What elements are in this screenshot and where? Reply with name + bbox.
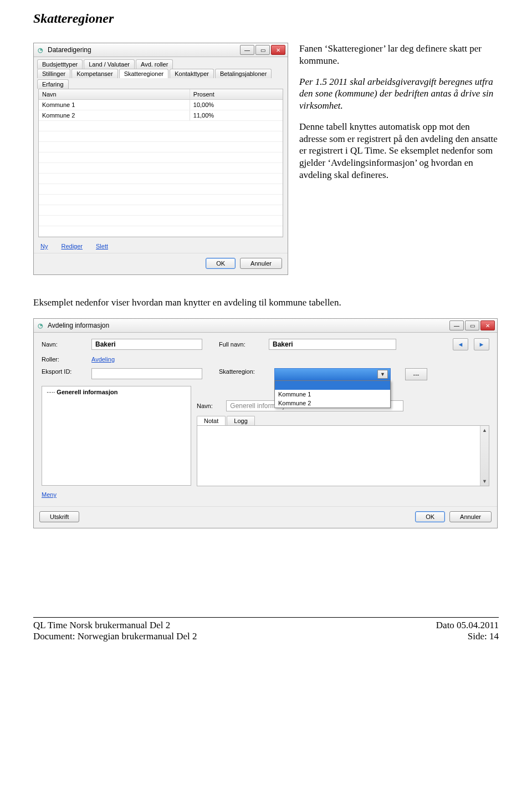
edit-link[interactable]: Rediger (61, 243, 83, 250)
ok-button[interactable]: OK (206, 258, 236, 269)
minimize-button[interactable]: — (449, 320, 464, 330)
scroll-down-icon[interactable]: ▼ (480, 477, 489, 486)
app-icon: ◔ (36, 321, 45, 330)
notes-textarea[interactable]: ▲ ▼ (197, 425, 489, 486)
app-icon: ◔ (36, 45, 45, 54)
table-row (39, 184, 283, 195)
cell-percent: 10,00% (190, 100, 283, 110)
exportid-field[interactable] (91, 368, 202, 379)
inner-panel: ····· Generell informasjon Navn: Notat L… (42, 386, 489, 486)
button-row: Utskrift OK Annuler (34, 506, 497, 528)
window-dataredigering: ◔ Dataredigering — ▭ ✕ Budsjetttyper Lan… (33, 43, 288, 275)
tree-node[interactable]: Generell informasjon (57, 389, 117, 395)
tab-skatteregioner[interactable]: Skatteregioner (119, 69, 169, 78)
scroll-up-icon[interactable]: ▲ (480, 426, 489, 435)
region-dropdown-list: Kommune 1 Kommune 2 (274, 380, 391, 408)
label-region: Skatteregion: (219, 368, 269, 375)
roles-link[interactable]: Avdeling (91, 356, 115, 363)
dropdown-option-blank[interactable] (275, 381, 390, 390)
page-footer: QL Time Norsk brukermanual Del 2 Documen… (33, 617, 499, 642)
col-header-percent[interactable]: Prosent (190, 89, 283, 99)
fullname-field[interactable] (269, 339, 396, 350)
table-row[interactable]: Kommune 2 11,00% (39, 110, 283, 121)
window-title: Dataredigering (48, 46, 91, 54)
chevron-down-icon: ▼ (377, 370, 388, 379)
subtabs: Notat Logg (197, 416, 489, 425)
top-row: ◔ Dataredigering — ▭ ✕ Budsjetttyper Lan… (33, 43, 499, 275)
region-dropdown[interactable]: ▼ Kommune 1 Kommune 2 (274, 368, 391, 380)
section-heading: Skatteregioner (33, 11, 499, 26)
label-name: Navn: (42, 341, 86, 348)
subtab-notat[interactable]: Notat (197, 416, 226, 425)
table-row (39, 163, 283, 174)
footer-left-1: QL Time Norsk brukermanual Del 2 (33, 620, 197, 631)
table-row (39, 142, 283, 152)
tax-region-table: Navn Prosent Kommune 1 10,00% Kommune 2 … (38, 89, 283, 237)
tabs-row-1: Budsjetttyper Land / Valutaer Avd. rolle… (34, 57, 288, 69)
delete-link[interactable]: Slett (96, 243, 108, 250)
titlebar: ◔ Dataredigering — ▭ ✕ (34, 43, 288, 57)
label-roles: Roller: (42, 356, 86, 363)
cancel-button[interactable]: Annuler (449, 511, 492, 522)
col-header-name[interactable]: Navn (39, 89, 190, 99)
scrollbar[interactable]: ▲ ▼ (480, 426, 489, 486)
table-row (39, 195, 283, 205)
close-button[interactable]: ✕ (480, 320, 495, 330)
tab-betalingsjabloner[interactable]: Betalingsjabloner (215, 69, 272, 78)
tab-land-valutaer[interactable]: Land / Valutaer (84, 59, 135, 69)
footer-right-1: Dato 05.04.2011 (436, 620, 499, 631)
window-avdeling-informasjon: ◔ Avdeling informasjon — ▭ ✕ Navn: Full … (33, 318, 498, 528)
tab-kompetanser[interactable]: Kompetanser (71, 69, 117, 78)
tab-stillinger[interactable]: Stillinger (37, 69, 70, 78)
name-field[interactable] (91, 339, 202, 350)
cell-percent: 11,00% (190, 110, 283, 120)
tab-budsjetttyper[interactable]: Budsjetttyper (37, 59, 83, 69)
mid-paragraph: Eksemplet nedenfor viser hvordan man kny… (33, 297, 499, 308)
maximize-button[interactable]: ▭ (465, 320, 479, 330)
side-paragraphs: Fanen ‘Skatteregioner’ lar deg definere … (299, 43, 499, 190)
table-row (39, 174, 283, 184)
table-row (39, 226, 283, 237)
footer-left-2: Document: Norwegian brukermanual Del 2 (33, 631, 197, 642)
tabs-row-2: Stillinger Kompetanser Skatteregioner Ko… (34, 69, 288, 89)
table-row (39, 131, 283, 142)
label-fullname: Full navn: (219, 341, 263, 348)
minimize-button[interactable]: — (240, 45, 254, 55)
cell-name: Kommune 1 (39, 100, 190, 110)
tab-avd-roller[interactable]: Avd. roller (136, 59, 173, 69)
print-button[interactable]: Utskrift (39, 511, 79, 522)
footer-right-2: Side: 14 (436, 631, 499, 642)
dropdown-option-kommune1[interactable]: Kommune 1 (275, 390, 390, 399)
table-row[interactable]: Kommune 1 10,00% (39, 100, 283, 110)
table-row (39, 205, 283, 216)
table-row (39, 216, 283, 226)
label-exportid: Eksport ID: (42, 368, 86, 375)
action-links: Ny Rediger Slett (34, 241, 288, 253)
tab-erfaring[interactable]: Erfaring (37, 79, 69, 89)
cancel-button[interactable]: Annuler (240, 258, 282, 269)
prev-record-button[interactable]: ◄ (453, 338, 468, 350)
table-row (39, 121, 283, 131)
menu-link[interactable]: Meny (42, 491, 57, 498)
tab-kontakttyper[interactable]: Kontakttyper (170, 69, 214, 78)
cell-name: Kommune 2 (39, 110, 190, 120)
titlebar: ◔ Avdeling informasjon — ▭ ✕ (34, 319, 497, 333)
form-area: Navn: Full navn: ◄ ► Roller: Avdeling Ek… (34, 333, 497, 506)
label-name2: Navn: (197, 403, 224, 409)
subtab-logg[interactable]: Logg (227, 416, 254, 425)
para-3: Denne tabell knyttes automatisk opp mot … (299, 121, 499, 181)
close-button[interactable]: ✕ (271, 45, 285, 55)
para-1: Fanen ‘Skatteregioner’ lar deg definere … (299, 43, 499, 67)
maximize-button[interactable]: ▭ (255, 45, 270, 55)
clear-region-button[interactable]: --- (405, 368, 427, 380)
button-row: OK Annuler (34, 253, 288, 274)
tree-panel[interactable]: ····· Generell informasjon (42, 386, 191, 486)
window-title: Avdeling informasjon (48, 322, 109, 329)
new-link[interactable]: Ny (40, 243, 48, 250)
table-row (39, 152, 283, 163)
para-2: Per 1.5 2011 skal arbeidsgiveravgift ber… (299, 76, 499, 112)
dropdown-option-kommune2[interactable]: Kommune 2 (275, 399, 390, 408)
ok-button[interactable]: OK (415, 511, 445, 522)
next-record-button[interactable]: ► (474, 338, 489, 350)
